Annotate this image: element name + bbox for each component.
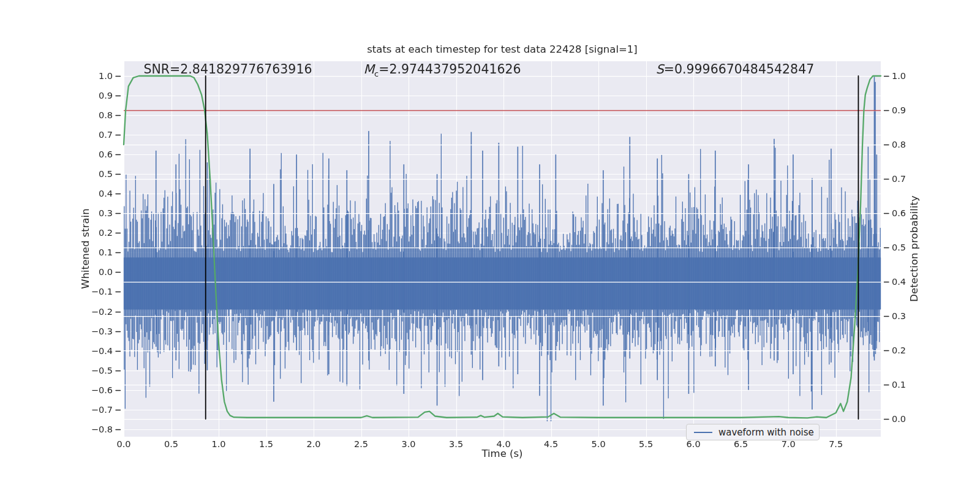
tick-label: −0.6 bbox=[0, 385, 113, 396]
annotation-s-value: =0.9996670484542847 bbox=[664, 62, 814, 77]
legend-waveform-line-icon bbox=[694, 432, 712, 433]
tick-label: −0.2 bbox=[0, 306, 113, 317]
tick-label: 1.0 bbox=[200, 439, 237, 450]
tick-label: 1.0 bbox=[892, 70, 906, 81]
tick-label: 0.7 bbox=[0, 129, 113, 140]
tick-label: 0.4 bbox=[0, 188, 113, 199]
tick-label: 1.5 bbox=[248, 439, 285, 450]
tick-label: 0.1 bbox=[0, 247, 113, 258]
tick-label: 0.6 bbox=[892, 208, 906, 219]
tick-label: 1.0 bbox=[0, 70, 113, 81]
tick-label: 0.6 bbox=[0, 149, 113, 160]
tick-label: 0.8 bbox=[892, 139, 906, 150]
tick-label: 0.9 bbox=[892, 105, 906, 116]
page-title: stats at each timestep for test data 224… bbox=[367, 43, 638, 55]
tick-label: 7.5 bbox=[818, 439, 854, 450]
tick-label: 0.9 bbox=[0, 90, 113, 101]
legend-label: waveform with noise bbox=[718, 427, 814, 438]
y-axis-right-label: Detection probability bbox=[908, 195, 920, 301]
tick-label: 5.0 bbox=[580, 439, 617, 450]
tick-label: 0.3 bbox=[0, 208, 113, 219]
tick-label: 0.4 bbox=[892, 276, 906, 287]
tick-label: 0.0 bbox=[892, 413, 906, 424]
tick-label: −0.3 bbox=[0, 326, 113, 337]
tick-label: 0.8 bbox=[0, 110, 113, 121]
tick-label: 0.5 bbox=[153, 439, 190, 450]
tick-label: 0.3 bbox=[892, 311, 906, 322]
annotation-snr-value: =2.841829776763916 bbox=[170, 62, 312, 77]
tick-label: −0.8 bbox=[0, 424, 113, 435]
tick-label: −0.4 bbox=[0, 345, 113, 356]
tick-label: 3.0 bbox=[390, 439, 427, 450]
figure: stats at each timestep for test data 224… bbox=[0, 0, 980, 490]
tick-label: 0.7 bbox=[892, 173, 906, 184]
tick-label: 3.5 bbox=[438, 439, 475, 450]
tick-label: −0.7 bbox=[0, 404, 113, 415]
tick-label: 2.0 bbox=[295, 439, 332, 450]
tick-label: 0.1 bbox=[892, 379, 906, 390]
annotation-significance: S=0.9996670484542847 bbox=[656, 62, 814, 78]
annotation-mc-sub: c bbox=[374, 69, 379, 78]
tick-label: 0.5 bbox=[892, 242, 906, 253]
annotation-snr: SNR=2.841829776763916 bbox=[144, 62, 312, 78]
annotation-mc-value: =2.974437952041626 bbox=[379, 62, 521, 77]
tick-label: 0.2 bbox=[892, 345, 906, 356]
tick-label: 4.0 bbox=[485, 439, 522, 450]
annotation-s-label: S bbox=[656, 62, 664, 77]
annotation-chirp-mass: Mc=2.974437952041626 bbox=[363, 62, 521, 78]
tick-label: 0.5 bbox=[0, 168, 113, 179]
tick-label: −0.1 bbox=[0, 286, 113, 297]
tick-label: −0.5 bbox=[0, 365, 113, 376]
tick-label: 0.0 bbox=[105, 439, 142, 450]
legend: waveform with noise bbox=[686, 424, 820, 440]
tick-label: 0.2 bbox=[0, 227, 113, 238]
tick-label: 0.0 bbox=[0, 266, 113, 277]
annotation-snr-label: SNR bbox=[144, 62, 170, 77]
annotation-mc-label: M bbox=[363, 62, 374, 77]
tick-label: 5.5 bbox=[628, 439, 665, 450]
tick-label: 2.5 bbox=[343, 439, 380, 450]
tick-label: 4.5 bbox=[533, 439, 570, 450]
